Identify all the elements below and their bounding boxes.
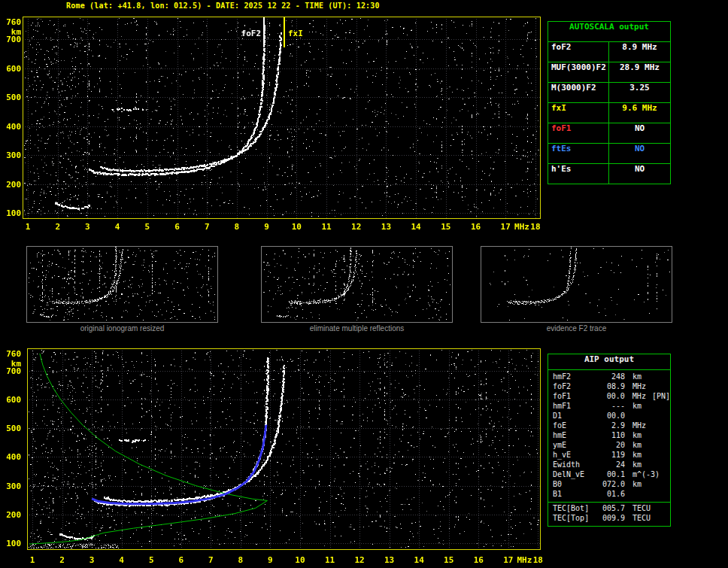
thumbnail-caption: eliminate multiple reflections [261,324,453,333]
parameter-name: M(3000)F2 [548,83,609,102]
autoscala-row-fof1: foF1NO [548,123,670,144]
parameter-value: --- [598,402,625,412]
parameter-name: MUF(3000)F2 [548,62,609,82]
aip-row-b0: B0072.0km [548,480,670,490]
parameter-value: 28.9 MHz [609,62,670,82]
parameter-value: 072.0 [598,480,625,490]
aip-row-delnve: DelN_vE00.1m^(-3) [548,470,670,480]
aip-row-hmf1: hmF1---km [548,402,670,412]
parameter-name: Ewidth [553,460,598,470]
parameter-note: [PN] [652,392,670,402]
parameter-name: hmF2 [553,372,598,382]
parameter-unit: MHz [632,382,646,392]
parameter-name: h'Es [548,164,609,184]
parameter-value: 110 [598,431,625,441]
aip-row-fof1: foF100.0MHz[PN] [548,392,670,402]
parameter-value: 009.9 [598,514,625,524]
autoscala-output-screen: Rome (lat: +41.8, lon: 012.5) - DATE: 20… [0,0,728,568]
thumbnail-f2-trace-evidence [481,246,672,323]
aip-tec-rows: TEC[Bot]005.7TECUTEC[Top]009.9TECU [548,502,670,526]
parameter-name: DelN_vE [553,470,598,480]
parameter-name: B0 [553,480,598,490]
aip-row-ewidth: Ewidth24km [548,460,670,470]
aip-table-title: AIP output [548,354,670,370]
parameter-unit: m^(-3) [632,470,660,480]
parameter-value: 9.6 MHz [609,103,670,123]
parameter-value: 01.6 [598,490,625,500]
thumbnail-caption: original ionogram resized [26,324,218,333]
parameter-value: 00.1 [598,470,625,480]
parameter-unit: km [632,402,642,412]
parameter-value: NO [609,123,670,143]
parameter-value: 00.0 [598,412,625,421]
aip-row-yme: ymE20km [548,441,670,451]
aip-row-hve: h_vE119km [548,451,670,460]
parameter-value: NO [609,144,670,163]
thumbnail-caption: evidence F2 trace [481,324,672,333]
aip-row-fof2: foF208.9MHz [548,382,670,392]
thumbnail-original-ionogram [26,246,218,323]
parameter-unit: km [632,451,642,460]
parameter-unit: MHz [632,421,646,431]
autoscala-row-m3000f2: M(3000)F23.25 [548,83,670,103]
parameter-name: hmE [553,431,598,441]
parameter-name: ymE [553,441,598,451]
parameter-name: ftEs [548,144,609,163]
thumbnail-multiple-reflections-removed [261,246,453,323]
autoscala-row-ftes: ftEsNO [548,144,670,164]
parameter-name: foF2 [548,42,609,62]
parameter-unit: TECU [632,504,651,514]
parameter-unit: km [632,460,642,470]
parameter-value: 24 [598,460,625,470]
parameter-unit: km [632,431,642,441]
parameter-name: foF1 [553,392,598,402]
aip-row-b1: B101.6 [548,490,670,500]
parameter-unit: MHz [632,392,646,402]
parameter-name: TEC[Top] [553,514,598,524]
parameter-value: 08.9 [598,382,625,392]
parameter-name: D1 [553,412,598,421]
aip-row-d1: D100.0 [548,412,670,421]
aip-row-hme: hmE110km [548,431,670,441]
parameter-unit: km [632,441,642,451]
parameter-name: TEC[Bot] [553,504,598,514]
parameter-value: 20 [598,441,625,451]
parameter-unit: km [632,372,642,382]
page-title: Rome (lat: +41.8, lon: 012.5) - DATE: 20… [66,2,380,10]
parameter-value: 119 [598,451,625,460]
parameter-value: 2.9 [598,421,625,431]
aip-row-foe: foE2.9MHz [548,421,670,431]
autoscala-output-table: AUTOSCALA output foF28.9 MHzMUF(3000)F22… [548,21,671,184]
autoscala-table-title: AUTOSCALA output [548,22,670,42]
autoscala-row-hes: h'EsNO [548,164,670,184]
aip-row-tecbot: TEC[Bot]005.7TECU [548,504,670,514]
parameter-name: foF1 [548,123,609,143]
parameter-value: 3.25 [609,83,670,102]
parameter-name: B1 [553,490,598,500]
parameter-value: 00.0 [598,392,625,402]
autoscala-row-muf3000f2: MUF(3000)F228.9 MHz [548,62,670,83]
bottom-ionogram-with-profile-chart [0,345,544,568]
parameter-name: h_vE [553,451,598,460]
parameter-unit: km [632,480,642,490]
aip-row-hmf2: hmF2248km [548,372,670,382]
parameter-unit: TECU [632,514,651,524]
parameter-value: 005.7 [598,504,625,514]
autoscala-table-rows: foF28.9 MHzMUF(3000)F228.9 MHzM(3000)F23… [548,42,670,184]
parameter-name: foF2 [553,382,598,392]
parameter-name: fxI [548,103,609,123]
parameter-value: 8.9 MHz [609,42,670,62]
parameter-name: foE [553,421,598,431]
aip-output-table: AIP output hmF2248kmfoF208.9MHzfoF100.0M… [548,354,671,527]
aip-table-rows: hmF2248kmfoF208.9MHzfoF100.0MHz[PN]hmF1-… [548,370,670,502]
parameter-value: NO [609,164,670,184]
aip-row-tectop: TEC[Top]009.9TECU [548,514,670,524]
parameter-value: 248 [598,372,625,382]
autoscala-row-fof2: foF28.9 MHz [548,42,670,62]
autoscala-row-fxi: fxI9.6 MHz [548,103,670,123]
top-ionogram-chart [0,14,544,238]
parameter-name: hmF1 [553,402,598,412]
